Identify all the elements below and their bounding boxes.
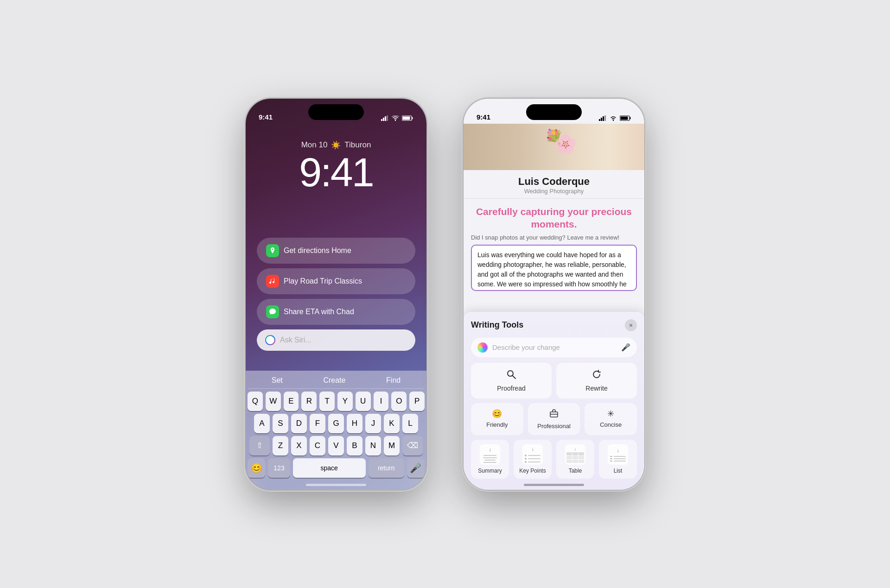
status-icons-left [381, 115, 413, 121]
list-label: List [614, 468, 623, 474]
weather-icon: ☀️ [331, 140, 341, 150]
table-button[interactable]: ↓ [556, 440, 594, 479]
key-123[interactable]: 123 [268, 458, 290, 478]
format-row: ↓ Summary ↓ [471, 440, 637, 479]
lock-screen: Mon 10 ☀️ Tiburon 9:41 Get directions Ho… [246, 99, 426, 490]
summary-label: Summary [478, 468, 502, 474]
lock-time: 9:41 [246, 152, 426, 193]
siri-bar[interactable]: Ask Siri... [257, 329, 415, 351]
wifi-icon [392, 115, 399, 121]
list-button[interactable]: ↓ List [599, 440, 637, 479]
key-p[interactable]: P [409, 392, 425, 411]
key-d[interactable]: D [291, 414, 307, 433]
photographer-subtitle: Wedding Photography [464, 188, 644, 195]
suggestion-messages[interactable]: Share ETA with Chad [257, 299, 415, 325]
key-r[interactable]: R [301, 392, 317, 411]
svg-rect-5 [412, 117, 413, 119]
key-mic[interactable]: 🎤 [407, 458, 425, 478]
table-label: Table [569, 468, 582, 474]
music-note-icon [269, 278, 276, 285]
keyboard-suggestion-2[interactable]: Find [386, 376, 400, 385]
concise-icon: ✳ [607, 409, 614, 419]
key-h[interactable]: H [347, 414, 362, 433]
photo-banner: 💐 [464, 124, 644, 170]
suggestion-directions[interactable]: Get directions Home [257, 238, 415, 264]
professional-button[interactable]: Professional [528, 403, 580, 435]
key-i[interactable]: I [374, 392, 389, 411]
key-z[interactable]: Z [273, 436, 288, 455]
search-icon [506, 369, 516, 379]
keyboard-suggestion-1[interactable]: Create [323, 376, 345, 385]
app-screen: 💐 Luis Coderque Wedding Photography Care… [464, 99, 644, 490]
key-t[interactable]: T [319, 392, 335, 411]
proofread-label: Proofread [497, 385, 525, 392]
proofread-button[interactable]: Proofread [471, 363, 552, 398]
key-points-button[interactable]: ↓ Key Points [514, 440, 552, 479]
friendly-button[interactable]: 😊 Friendly [471, 403, 523, 435]
page-tagline: Carefully capturing your precious moment… [464, 199, 644, 234]
microphone-icon[interactable]: 🎤 [621, 343, 630, 352]
key-o[interactable]: O [391, 392, 407, 411]
concise-label: Concise [600, 421, 622, 428]
svg-rect-13 [621, 116, 628, 120]
key-l[interactable]: L [402, 414, 418, 433]
status-time-right: 9:41 [477, 113, 490, 121]
key-x[interactable]: X [291, 436, 307, 455]
concise-button[interactable]: ✳ Concise [585, 403, 637, 435]
table-icon-box: ↓ [565, 444, 585, 465]
suggestion-messages-label: Share ETA with Chad [284, 308, 354, 316]
key-delete[interactable]: ⌫ [402, 436, 423, 455]
key-u[interactable]: U [356, 392, 371, 411]
svg-rect-12 [630, 117, 631, 119]
signal-icon-right [599, 115, 607, 121]
key-s[interactable]: S [273, 414, 288, 433]
key-shift[interactable]: ⇧ [249, 436, 270, 455]
keyboard-suggestion-0[interactable]: Set [272, 376, 283, 385]
lock-location: Tiburon [344, 140, 371, 150]
writing-tools-panel: Writing Tools × Describe your change 🎤 [464, 312, 644, 490]
describe-change-input[interactable]: Describe your change 🎤 [471, 338, 637, 357]
rewrite-button[interactable]: Rewrite [556, 363, 637, 398]
friendly-icon: 😊 [492, 409, 502, 419]
keyboard-row-3: ⇧ Z X C V B N M ⌫ [248, 436, 425, 455]
suggestion-directions-label: Get directions Home [284, 247, 351, 255]
key-emoji[interactable]: 😊 [248, 458, 265, 478]
maps-icon [266, 244, 279, 257]
key-b[interactable]: B [347, 436, 362, 455]
lock-date-time: Mon 10 ☀️ Tiburon 9:41 [246, 140, 426, 193]
key-w[interactable]: W [266, 392, 281, 411]
key-c[interactable]: C [310, 436, 325, 455]
key-f[interactable]: F [310, 414, 325, 433]
photographer-info: Luis Coderque Wedding Photography [464, 170, 644, 199]
close-writing-tools-button[interactable]: × [625, 319, 637, 331]
proofread-icon [506, 369, 516, 382]
list-icon-box: ↓ [608, 444, 628, 465]
key-points-icon-box: ↓ [522, 444, 543, 465]
key-n[interactable]: N [365, 436, 381, 455]
key-k[interactable]: K [384, 414, 400, 433]
suggestion-music[interactable]: Play Road Trip Classics [257, 268, 415, 294]
home-indicator-right [524, 484, 584, 486]
svg-rect-3 [387, 115, 388, 121]
key-return[interactable]: return [369, 458, 404, 478]
key-m[interactable]: M [384, 436, 400, 455]
key-v[interactable]: V [328, 436, 344, 455]
review-text-box[interactable]: Luis was everything we could have hoped … [471, 245, 637, 291]
summary-button[interactable]: ↓ Summary [471, 440, 509, 479]
key-e[interactable]: E [284, 392, 299, 411]
keyboard-area: Set Create Find Q W E R T Y U I O P A S [246, 371, 426, 490]
key-a[interactable]: A [254, 414, 270, 433]
svg-rect-8 [601, 118, 602, 121]
svg-rect-2 [385, 116, 386, 121]
key-y[interactable]: Y [337, 392, 353, 411]
professional-label: Professional [537, 423, 571, 430]
key-j[interactable]: J [365, 414, 381, 433]
signal-icon [381, 115, 389, 121]
key-g[interactable]: G [328, 414, 344, 433]
key-points-label: Key Points [519, 468, 546, 474]
key-space[interactable]: space [293, 458, 366, 478]
key-q[interactable]: Q [248, 392, 263, 411]
writing-tools-header: Writing Tools × [471, 319, 637, 331]
battery-icon-right [620, 115, 631, 121]
svg-rect-7 [599, 119, 600, 121]
